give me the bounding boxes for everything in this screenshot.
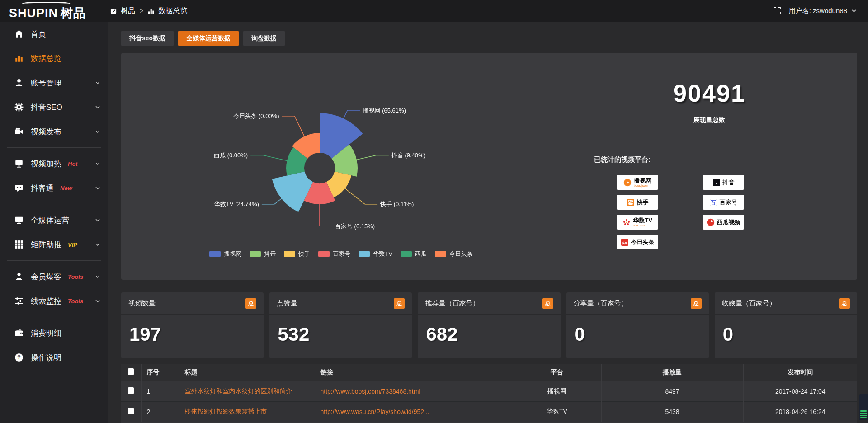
sidebar-item-label: 抖客通 — [31, 183, 54, 193]
platform-badge-今日头条[interactable]: 头条今日头条 — [617, 235, 658, 249]
table-row-1: 1室外水纹灯和室内水纹灯的区别和简介http://www.boosj.com/7… — [121, 381, 857, 401]
app-logo: SHUPIN树品 — [0, 2, 108, 20]
pie-label-华数TV: 华数TV (24.74%) — [214, 201, 259, 207]
stat-card-title: 推荐量（百家号） — [425, 299, 479, 308]
wallet-icon — [14, 329, 24, 338]
legend-item-播视网[interactable]: 播视网 — [209, 250, 241, 258]
platform-subtext: boosj.com — [634, 184, 651, 187]
sidebar-item-7[interactable]: 抖客通New — [0, 176, 108, 200]
legend-item-快手[interactable]: 快手 — [284, 250, 310, 258]
pie-slice-华数TV[interactable] — [272, 172, 313, 212]
pie-label-line — [343, 110, 360, 120]
platform-name: 抖音 — [723, 179, 735, 187]
legend-item-华数TV[interactable]: 华数TV — [359, 250, 392, 258]
legend-item-今日头条[interactable]: 今日头条 — [435, 250, 473, 258]
platform-badge-华数TV[interactable]: 华数TVwasu.cn — [617, 215, 658, 230]
table-row-2: 2楼体投影灯投影效果震撼上市http://www.wasu.cn/Play/sh… — [121, 401, 857, 422]
legend-swatch — [209, 251, 221, 257]
sidebar-item-badge: Tools — [68, 273, 83, 280]
douyin-logo: ♪ — [712, 179, 721, 187]
svg-text:♪: ♪ — [715, 179, 718, 186]
column-header-1: 标题 — [179, 364, 315, 381]
edit-square-icon — [110, 8, 117, 14]
stat-card-3: 分享量（百家号）总0 — [566, 292, 709, 358]
sidebar-item-12[interactable]: 会员爆客Tools — [0, 264, 108, 289]
pie-label-line — [320, 203, 332, 226]
chart-legend: 播视网抖音快手百家号华数TV西瓜今日头条 — [121, 250, 561, 258]
rose-pie-chart[interactable]: 播视网 (65.61%)抖音 (9.40%)快手 (0.11%)百家号 (0.1… — [121, 53, 561, 252]
total-badge[interactable]: 总 — [394, 298, 405, 309]
row-checkbox[interactable] — [128, 387, 134, 394]
breadcrumb-root[interactable]: 树品 — [121, 6, 135, 16]
pie-label-line — [262, 198, 283, 204]
stat-card-1: 点赞量总532 — [269, 292, 412, 358]
sidebar-item-2[interactable]: 账号管理 — [0, 70, 108, 95]
floating-service-widget[interactable] — [859, 394, 868, 420]
platform-badge-百家号[interactable]: 百百家号 — [703, 195, 744, 210]
overview-panel: 播视网 (65.61%)抖音 (9.40%)快手 (0.11%)百家号 (0.1… — [121, 53, 857, 280]
pie-label-抖音: 抖音 (9.40%) — [391, 152, 425, 159]
sidebar-item-label: 首页 — [31, 29, 46, 39]
tab-0[interactable]: 抖音seo数据 — [121, 31, 174, 46]
video-url-link[interactable]: http://www.boosj.com/7338468.html — [321, 388, 507, 395]
stat-card-0: 视频数量总197 — [121, 292, 264, 358]
legend-label: 播视网 — [224, 250, 241, 258]
legend-item-抖音[interactable]: 抖音 — [250, 250, 276, 258]
sidebar-item-4[interactable]: 视频发布 — [0, 119, 108, 144]
platform-badge-西瓜视频[interactable]: 西瓜视频 — [703, 215, 744, 230]
stat-card-title: 收藏量（百家号） — [722, 299, 776, 308]
sidebar-item-9[interactable]: 全媒体运营 — [0, 208, 108, 232]
chevron-down-icon — [95, 104, 100, 110]
sidebar-item-0[interactable]: 首页 — [0, 22, 108, 46]
platform-badge-抖音[interactable]: ♪抖音 — [703, 175, 744, 190]
sidebar-divider — [7, 204, 101, 204]
tab-2[interactable]: 询盘数据 — [243, 31, 285, 46]
svg-text:头条: 头条 — [622, 241, 628, 244]
total-badge[interactable]: 总 — [245, 298, 256, 309]
total-badge[interactable]: 总 — [839, 298, 850, 309]
video-title-link[interactable]: 楼体投影灯投影效果震撼上市 — [185, 408, 309, 416]
cell-platform: 播视网 — [513, 381, 601, 401]
legend-item-百家号[interactable]: 百家号 — [318, 250, 350, 258]
legend-item-西瓜[interactable]: 西瓜 — [401, 250, 427, 258]
total-badge[interactable]: 总 — [542, 298, 553, 309]
stat-card-title: 视频数量 — [128, 299, 156, 308]
sidebar-item-10[interactable]: 矩阵助推VIP — [0, 232, 108, 257]
breadcrumb-separator: > — [140, 7, 143, 14]
username[interactable]: 用户名: zswodun88 — [789, 7, 847, 15]
column-header-3: 平台 — [513, 364, 601, 381]
sidebar-divider — [7, 147, 101, 148]
sidebar-item-label: 消费明细 — [31, 328, 61, 338]
summary-divider — [622, 137, 797, 137]
platform-badge-播视网[interactable]: 播视网boosj.com — [617, 175, 658, 190]
legend-swatch — [359, 251, 370, 257]
sidebar-item-15[interactable]: 消费明细 — [0, 321, 108, 345]
legend-label: 西瓜 — [415, 250, 427, 258]
video-url-link[interactable]: http://www.wasu.cn/Play/show/id/952... — [321, 408, 507, 415]
sidebar-item-3[interactable]: 抖音SEO — [0, 95, 108, 119]
sidebar-item-16[interactable]: ?操作说明 — [0, 345, 108, 370]
pie-label-快手: 快手 (0.11%) — [380, 201, 414, 207]
sidebar-item-label: 数据总览 — [31, 53, 61, 64]
video-title-link[interactable]: 室外水纹灯和室内水纹灯的区别和简介 — [185, 387, 309, 395]
home-icon — [14, 29, 24, 38]
row-checkbox[interactable] — [128, 408, 134, 414]
column-header-5: 发布时间 — [743, 364, 857, 381]
sidebar-item-13[interactable]: 线索监控Tools — [0, 289, 108, 313]
pie-label-line — [250, 155, 288, 161]
legend-swatch — [401, 251, 412, 257]
total-badge[interactable]: 总 — [691, 298, 702, 309]
pie-label-今日头条: 今日头条 (0.00%) — [233, 113, 279, 119]
sidebar-item-label: 抖音SEO — [31, 102, 62, 113]
boosj-logo — [623, 179, 632, 187]
tab-1[interactable]: 全媒体运营数据 — [178, 31, 239, 46]
select-all-checkbox-cell — [121, 364, 141, 381]
platform-badge-快手[interactable]: 快手 — [617, 195, 658, 210]
sidebar-item-1[interactable]: 数据总览 — [0, 46, 108, 70]
top-bar: SHUPIN树品 树品 > 数据总览 用户名: zswodun88 — [0, 0, 868, 22]
fullscreen-icon[interactable] — [774, 7, 781, 14]
sidebar-item-6[interactable]: 视频加热Hot — [0, 151, 108, 176]
breadcrumb-current: 数据总览 — [158, 6, 187, 16]
video-publish-icon — [14, 127, 24, 136]
select-all-checkbox[interactable] — [128, 368, 134, 375]
